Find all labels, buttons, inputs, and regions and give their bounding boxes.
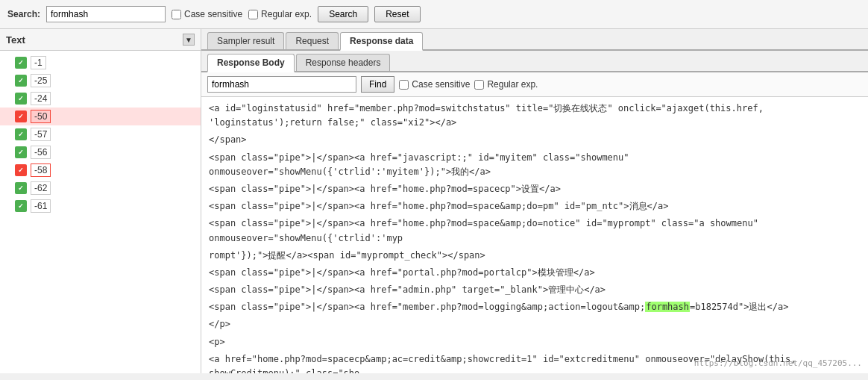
content-line: <a href="home.php?mod=spacecp&amp;ac=cre… <box>209 352 861 373</box>
tree-item[interactable]: ✓-25 <box>0 72 201 90</box>
find-regular-exp-group: Regular exp. <box>474 79 538 90</box>
tree-item[interactable]: ✓-57 <box>0 125 201 143</box>
find-regular-exp-checkbox[interactable] <box>474 80 484 90</box>
content-line: </span> <box>209 133 861 147</box>
sub-tab-response-headers[interactable]: Response headers <box>296 54 391 71</box>
expand-button[interactable]: ▼ <box>183 34 195 46</box>
content-area[interactable]: <a id="loginstatusid" href="member.php?m… <box>201 97 868 373</box>
regular-exp-label: Regular exp. <box>261 9 312 19</box>
shield-icon: ✓ <box>15 57 27 69</box>
sub-tab-response-body[interactable]: Response Body <box>207 54 295 72</box>
find-bar: Find Case sensitive Regular exp. <box>201 72 868 97</box>
tree-item-label: -62 <box>31 181 51 195</box>
search-button[interactable]: Search <box>318 6 368 22</box>
find-case-sensitive-checkbox[interactable] <box>399 80 409 90</box>
content-line: <span class="pipe">|</span><a href="home… <box>209 182 861 196</box>
case-sensitive-checkbox[interactable] <box>172 10 181 19</box>
search-label: Search: <box>7 9 40 19</box>
case-sensitive-label: Case sensitive <box>184 9 242 19</box>
tree-item-label: -61 <box>31 199 51 213</box>
find-input[interactable] <box>207 76 356 93</box>
case-sensitive-group: Case sensitive <box>172 9 242 19</box>
find-case-sensitive-label: Case sensitive <box>412 79 470 90</box>
find-case-sensitive-group: Case sensitive <box>399 79 470 90</box>
content-line: </p> <box>209 317 861 331</box>
content-line: rompt'});">提醒</a><span id="myprompt_chec… <box>209 249 861 263</box>
content-line: <a id="loginstatusid" href="member.php?m… <box>209 102 861 130</box>
tree-item-label: -56 <box>31 146 51 159</box>
shield-icon: ✓ <box>15 146 27 158</box>
tree-item[interactable]: ✓-56 <box>0 143 201 161</box>
shield-icon: ✓ <box>15 200 27 212</box>
content-line: <span class="pipe">|</span><a href="home… <box>209 199 861 214</box>
shield-icon: ✓ <box>15 164 27 176</box>
tree-list: ✓-1✓-25✓-24✓-50✓-57✓-56✓-58✓-62✓-61 <box>0 51 201 373</box>
tree-item-label: -1 <box>31 56 46 69</box>
left-panel: Text ▼ ✓-1✓-25✓-24✓-50✓-57✓-56✓-58✓-62✓-… <box>0 29 201 373</box>
tab-sampler-result[interactable]: Sampler result <box>207 32 284 49</box>
regular-exp-checkbox[interactable] <box>248 10 258 19</box>
shield-icon: ✓ <box>15 182 27 194</box>
content-line: <span class="pipe">|</span><a href="memb… <box>209 300 861 314</box>
shield-icon: ✓ <box>15 93 27 105</box>
find-button[interactable]: Find <box>361 76 394 93</box>
left-panel-title: Text <box>6 34 25 46</box>
reset-button[interactable]: Reset <box>374 6 420 22</box>
tree-item-label: -25 <box>31 74 51 87</box>
regular-exp-group: Regular exp. <box>248 9 312 19</box>
right-panel: Sampler resultRequestResponse data Respo… <box>201 29 868 373</box>
tree-item[interactable]: ✓-58 <box>0 161 201 179</box>
tree-item[interactable]: ✓-50 <box>0 108 201 125</box>
tree-item-label: -58 <box>31 163 51 177</box>
shield-icon: ✓ <box>15 75 27 87</box>
content-line: <span class="pipe">|</span><a href="java… <box>209 151 861 179</box>
top-search-bar: Search: Case sensitive Regular exp. Sear… <box>0 0 868 29</box>
shield-icon: ✓ <box>15 128 27 140</box>
content-line: <p> <box>209 335 861 349</box>
find-regular-exp-label: Regular exp. <box>487 79 538 90</box>
content-line: <span class="pipe">|</span><a href="home… <box>209 217 861 245</box>
main-layout: Text ▼ ✓-1✓-25✓-24✓-50✓-57✓-56✓-58✓-62✓-… <box>0 29 868 373</box>
tree-item-label: -50 <box>31 110 51 123</box>
tree-item-label: -57 <box>31 128 51 141</box>
shield-icon: ✓ <box>15 110 27 122</box>
tab-response-data[interactable]: Response data <box>340 32 423 51</box>
tree-item-label: -24 <box>31 92 51 105</box>
tree-item[interactable]: ✓-24 <box>0 90 201 108</box>
sub-tabs-row: Response BodyResponse headers <box>201 51 868 72</box>
search-input[interactable] <box>46 6 166 22</box>
tree-item[interactable]: ✓-62 <box>0 179 201 197</box>
content-line: <span class="pipe">|</span><a href="port… <box>209 266 861 280</box>
tabs-row: Sampler resultRequestResponse data <box>201 29 868 51</box>
left-panel-header: Text ▼ <box>0 29 201 51</box>
tree-item[interactable]: ✓-61 <box>0 197 201 215</box>
tree-item[interactable]: ✓-1 <box>0 54 201 72</box>
tab-request[interactable]: Request <box>286 32 339 49</box>
content-line: <span class="pipe">|</span><a href="admi… <box>209 283 861 297</box>
highlight-term: formhash <box>645 302 690 312</box>
